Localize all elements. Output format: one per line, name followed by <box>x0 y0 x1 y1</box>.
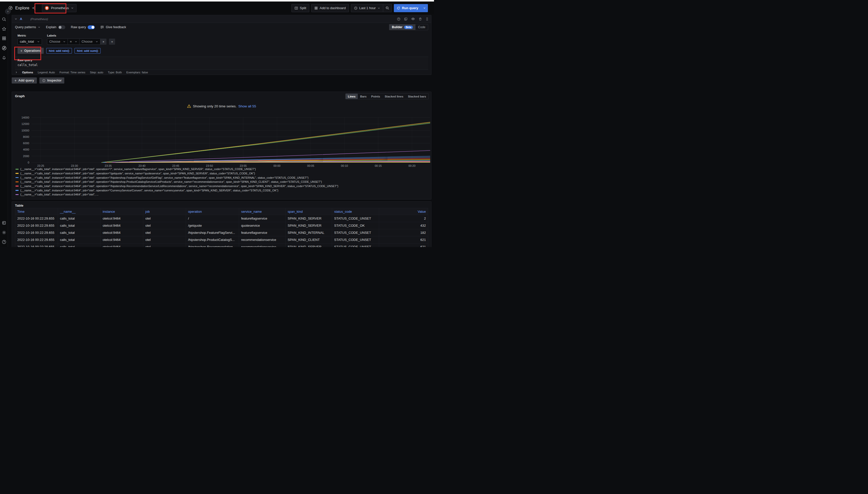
svg-text:6000: 6000 <box>23 141 29 145</box>
label-value-select[interactable]: Choose <box>79 39 101 45</box>
explain-toggle[interactable] <box>58 25 65 29</box>
duplicate-query-icon[interactable] <box>404 17 408 21</box>
table-column-header-spankind[interactable]: span_kind <box>286 208 332 215</box>
chevron-down-icon <box>38 26 40 28</box>
help-icon[interactable] <box>1 239 7 245</box>
table-column-header-instance[interactable]: instance <box>101 208 143 215</box>
table-cell: otelcol:9464 <box>101 215 143 222</box>
alerting-bell-icon[interactable] <box>1 55 7 61</box>
timeseries-chart[interactable]: 0200040006000800010000120001400023:2523:… <box>12 114 432 168</box>
query-patterns-label: Query patterns <box>15 25 36 29</box>
legend-label: {__name__="calls_total", instance="otelc… <box>20 172 255 175</box>
dashboards-icon[interactable] <box>1 35 7 41</box>
raw-query-toggle[interactable] <box>88 25 95 29</box>
refresh-icon <box>397 6 400 10</box>
table-column-header-job[interactable]: job <box>143 208 186 215</box>
legend-swatch <box>16 186 19 187</box>
hide-response-eye-icon[interactable] <box>411 17 415 21</box>
settings-gear-icon[interactable] <box>1 229 7 235</box>
graph-mode-bars[interactable]: Bars <box>358 94 369 99</box>
code-mode-tab[interactable]: Code <box>415 24 428 30</box>
run-query-button[interactable]: Run query <box>394 4 421 12</box>
split-button[interactable]: Split <box>291 4 309 12</box>
graph-mode-stacked-lines[interactable]: Stacked lines <box>382 94 406 99</box>
drag-handle-icon[interactable] <box>426 17 429 21</box>
add-to-dashboard-button[interactable]: Add to dashboard <box>311 4 349 12</box>
table-cell: SPAN_KIND_SERVER <box>286 244 332 247</box>
explore-nav-icon[interactable] <box>1 45 7 51</box>
collapse-chevron-icon[interactable] <box>15 18 17 20</box>
remove-query-trash-icon[interactable] <box>418 17 422 21</box>
legend-item[interactable]: {__name__="calls_total", instance="otelc… <box>16 188 429 192</box>
raw-query-value: calls_total <box>18 63 426 67</box>
table-column-header-servicename[interactable]: service_name <box>239 208 286 215</box>
split-icon <box>294 6 298 10</box>
hint-add-rate-label: hint: add rate() <box>49 49 69 52</box>
options-row[interactable]: Options Legend: Auto Format: Time series… <box>15 71 428 74</box>
inspector-button[interactable]: Inspector <box>39 77 64 83</box>
show-all-series-link[interactable]: Show all 55 <box>238 104 256 108</box>
table-cell: otelcol:9464 <box>101 229 143 236</box>
hint-add-sum-button[interactable]: hint: add sum() <box>74 48 101 54</box>
search-icon[interactable] <box>1 16 7 22</box>
table-cell: calls_total <box>58 236 101 244</box>
table-row: 2022-10-16 00:22:29.655calls_totalotelco… <box>15 222 428 229</box>
table-cell: 621 <box>379 244 428 247</box>
table-cell: 2022-10-16 00:22:29.655 <box>15 244 58 247</box>
query-patterns-dropdown[interactable]: Query patterns <box>15 25 40 29</box>
table-column-header-value[interactable]: Value <box>379 208 428 215</box>
metric-select[interactable]: calls_total <box>18 39 42 45</box>
add-query-label: Add query <box>18 79 34 82</box>
hint-add-rate-button[interactable]: hint: add rate() <box>46 48 72 54</box>
query-row-header[interactable]: A (Prometheus) <box>12 15 431 23</box>
chevron-right-icon[interactable] <box>15 71 18 74</box>
legend-item[interactable]: {__name__="calls_total", instance="otelc… <box>16 180 429 184</box>
legend-item[interactable]: {__name__="calls_total", instance="otelc… <box>16 175 429 180</box>
options-exemplars: Exemplars: false <box>126 71 148 74</box>
sidebar-expand-button[interactable]: › <box>5 8 11 14</box>
table-body: 2022-10-16 00:22:29.655calls_totalotelco… <box>15 215 428 247</box>
graph-mode-stacked-bars[interactable]: Stacked bars <box>405 94 429 99</box>
zoom-out-icon <box>385 6 389 10</box>
graph-mode-lines[interactable]: Lines <box>346 94 358 99</box>
legend-item[interactable]: {__name__="calls_total", instance="otelc… <box>16 184 429 188</box>
label-operator-select[interactable]: = <box>68 39 79 45</box>
table-cell: 432 <box>379 222 428 229</box>
datasource-picker[interactable]: Prometheus <box>42 4 76 12</box>
metric-label: Metric <box>18 34 42 37</box>
svg-text:14000: 14000 <box>21 116 29 119</box>
legend-swatch <box>16 177 19 178</box>
give-feedback-link[interactable]: Give feedback <box>101 25 126 29</box>
table-cell: STATUS_CODE_UNSET <box>332 229 379 236</box>
add-label-filter-button[interactable]: + <box>109 39 115 45</box>
legend-item[interactable]: {__name__="calls_total", instance="otelc… <box>16 167 429 171</box>
table-cell: quoteservice <box>239 222 286 229</box>
legend-item[interactable]: {__name__="calls_total", instance="otelc… <box>16 192 429 197</box>
run-query-dropdown[interactable] <box>421 4 428 12</box>
remove-label-filter-button[interactable]: × <box>101 39 107 45</box>
builder-mode-tab[interactable]: Builder Beta <box>389 24 415 30</box>
table-column-header-operation[interactable]: operation <box>186 208 239 215</box>
give-feedback-label: Give feedback <box>106 25 126 29</box>
table-column-header-time[interactable]: Time <box>15 208 58 215</box>
zoom-out-time-button[interactable] <box>383 4 392 12</box>
raw-query-label: Raw query <box>18 59 426 62</box>
metric-value: calls_total <box>20 40 34 43</box>
table-column-header-statuscode[interactable]: status_code <box>332 208 379 215</box>
share-icon[interactable] <box>32 6 36 10</box>
graph-mode-points[interactable]: Points <box>369 94 382 99</box>
label-key-select[interactable]: Choose <box>47 39 68 45</box>
page-title: Explore <box>15 6 30 11</box>
table-cell: /hipstershop.ProductCatalogS... <box>186 236 239 244</box>
operations-button[interactable]: + Operations <box>18 48 44 54</box>
legend-item[interactable]: {__name__="calls_total", instance="otelc… <box>16 171 429 176</box>
query-help-icon[interactable] <box>397 17 400 21</box>
time-range-picker[interactable]: Last 1 hour <box>351 4 383 12</box>
options-legend: Legend: Auto <box>38 71 55 74</box>
label-value-placeholder: Choose <box>82 40 92 43</box>
add-query-button[interactable]: + Add query <box>12 77 37 83</box>
svg-text:0: 0 <box>28 161 29 164</box>
sign-in-icon[interactable] <box>1 220 7 226</box>
table-column-header-name[interactable]: __name__ <box>58 208 101 215</box>
starred-icon[interactable] <box>1 26 7 32</box>
